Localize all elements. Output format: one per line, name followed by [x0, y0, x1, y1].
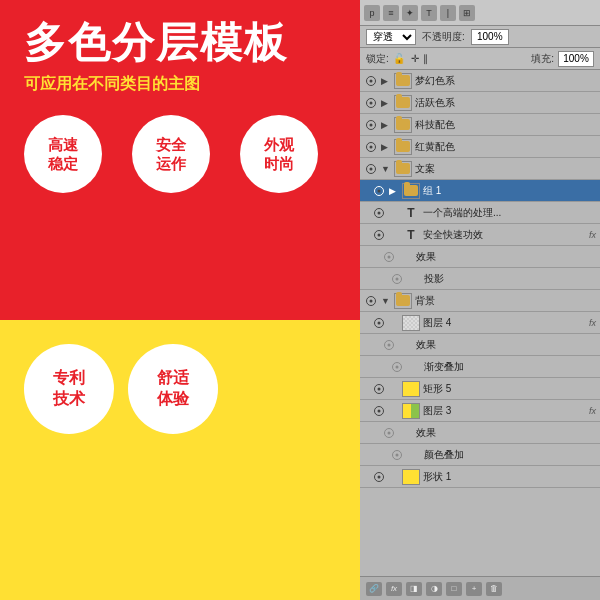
layer-row-techcolor[interactable]: ▶ 科技配色: [360, 114, 600, 136]
group-arrow: ▼: [381, 164, 391, 174]
feature-text-1: 高速稳定: [48, 135, 78, 174]
eye-icon[interactable]: [372, 382, 386, 396]
ps-icon-4[interactable]: |: [440, 5, 456, 21]
layer-row-group1[interactable]: ▶ 组 1: [360, 180, 600, 202]
ps-layers-panel: p ≡ ✦ T | ⊞ 穿透 不透明度: 锁定: 🔓 ✛ ∥ 填充:: [360, 0, 600, 600]
eye-icon[interactable]: [364, 162, 378, 176]
layer-thumb: [402, 469, 420, 485]
ps-footer: 🔗 fx ◨ ◑ □ + 🗑: [360, 576, 600, 600]
layer-name: 图层 3: [423, 404, 586, 418]
layer-name: 背景: [415, 294, 596, 308]
group-icon[interactable]: □: [446, 582, 462, 596]
eye-icon[interactable]: [372, 404, 386, 418]
layer-row-rect5[interactable]: 矩形 5: [360, 378, 600, 400]
layer-name: 活跃色系: [415, 96, 596, 110]
fx-badge: fx: [589, 406, 596, 416]
layer-row-copywriting[interactable]: ▼ 文案: [360, 158, 600, 180]
ps-toolbar: p ≡ ✦ T | ⊞: [360, 0, 600, 26]
group-arrow: ▶: [381, 76, 391, 86]
fx-icon[interactable]: fx: [386, 582, 402, 596]
layer-row-layer4[interactable]: 图层 4 fx: [360, 312, 600, 334]
eye-icon[interactable]: [382, 426, 396, 440]
move-icon[interactable]: ✛: [411, 53, 419, 64]
eye-icon[interactable]: [372, 184, 386, 198]
layer-thumb: T: [402, 205, 420, 221]
group-arrow: ▼: [381, 296, 391, 306]
eye-icon[interactable]: [364, 118, 378, 132]
eye-icon[interactable]: [372, 316, 386, 330]
feature-circle-5: 舒适体验: [128, 344, 218, 434]
mask-icon[interactable]: ◨: [406, 582, 422, 596]
layer-row-redyellow[interactable]: ▶ 红黄配色: [360, 136, 600, 158]
opacity-input[interactable]: [471, 29, 509, 45]
blend-mode-dropdown[interactable]: 穿透: [366, 29, 416, 45]
delete-icon[interactable]: 🗑: [486, 582, 502, 596]
group-arrow: ▶: [381, 142, 391, 152]
eye-icon[interactable]: [364, 74, 378, 88]
layer-name: 图层 4: [423, 316, 586, 330]
sub-title: 可应用在不同类目的主图: [24, 74, 336, 95]
layer-row-layer3[interactable]: 图层 3 fx: [360, 400, 600, 422]
layer-row-activecolor[interactable]: ▶ 活跃色系: [360, 92, 600, 114]
layer-row-dreamcolor[interactable]: ▶ 梦幻色系: [360, 70, 600, 92]
feature-circle-4: 专利技术: [24, 344, 114, 434]
eye-icon[interactable]: [364, 294, 378, 308]
feature-text-4: 专利技术: [53, 368, 85, 410]
layer-name: 红黄配色: [415, 140, 596, 154]
brush-icon[interactable]: ∥: [423, 53, 428, 64]
fill-input[interactable]: [558, 51, 594, 67]
main-title: 多色分层模板: [24, 20, 336, 66]
layer-name: 效果: [416, 250, 596, 264]
fill-label: 填充:: [531, 52, 554, 66]
ps-icon-1[interactable]: ≡: [383, 5, 399, 21]
layer-row-background[interactable]: ▼ 背景: [360, 290, 600, 312]
feature-circle-3: 外观时尚: [240, 115, 318, 193]
adjustment-icon[interactable]: ◑: [426, 582, 442, 596]
layer-row-shadow[interactable]: 投影: [360, 268, 600, 290]
ps-type-dropdown[interactable]: p: [364, 5, 380, 21]
ps-icon-3[interactable]: T: [421, 5, 437, 21]
eye-icon[interactable]: [372, 206, 386, 220]
link-icon[interactable]: 🔗: [366, 582, 382, 596]
eye-icon[interactable]: [372, 228, 386, 242]
layer-row-coloroverlay[interactable]: 颜色叠加: [360, 444, 600, 466]
yellow-section: 专利技术 舒适体验: [0, 320, 360, 600]
layer-row-shape1[interactable]: 形状 1: [360, 466, 600, 488]
layer-thumb: [402, 315, 420, 331]
new-layer-icon[interactable]: +: [466, 582, 482, 596]
features-top-grid: 高速稳定 安全运作 外观时尚: [24, 115, 336, 193]
layer-row-effect2[interactable]: 效果: [360, 334, 600, 356]
layer-thumb: [394, 293, 412, 309]
eye-icon[interactable]: [382, 338, 396, 352]
layer-thumb: [402, 183, 420, 199]
layer-name: 组 1: [423, 184, 596, 198]
eye-icon[interactable]: [390, 272, 404, 286]
eye-icon[interactable]: [364, 140, 378, 154]
ps-icon-5[interactable]: ⊞: [459, 5, 475, 21]
layer-row-effect1[interactable]: 效果: [360, 246, 600, 268]
layer-row-highend[interactable]: T 一个高端的处理...: [360, 202, 600, 224]
layer-thumb: [394, 117, 412, 133]
layer-row-effect3[interactable]: 效果: [360, 422, 600, 444]
eye-icon[interactable]: [364, 96, 378, 110]
group-arrow: ▶: [381, 120, 391, 130]
eye-icon[interactable]: [372, 470, 386, 484]
lock-icon[interactable]: 🔓: [393, 53, 405, 64]
feature-circle-2: 安全运作: [132, 115, 210, 193]
layer-name: 一个高端的处理...: [423, 206, 596, 220]
layer-row-safe[interactable]: T 安全快速功效 fx: [360, 224, 600, 246]
layer-name: 文案: [415, 162, 596, 176]
ps-icon-2[interactable]: ✦: [402, 5, 418, 21]
fx-badge: fx: [589, 318, 596, 328]
layer-name: 安全快速功效: [423, 228, 586, 242]
eye-icon[interactable]: [390, 448, 404, 462]
layer-row-gradient[interactable]: 渐变叠加: [360, 356, 600, 378]
eye-icon[interactable]: [390, 360, 404, 374]
feature-text-2: 安全运作: [156, 135, 186, 174]
layer-name: 科技配色: [415, 118, 596, 132]
features-bottom-grid: 专利技术 舒适体验: [24, 344, 218, 434]
lock-label: 锁定:: [366, 52, 389, 66]
layer-thumb: T: [402, 227, 420, 243]
layers-list: ▶ 梦幻色系 ▶ 活跃色系 ▶ 科技配色 ▶: [360, 70, 600, 576]
eye-icon[interactable]: [382, 250, 396, 264]
